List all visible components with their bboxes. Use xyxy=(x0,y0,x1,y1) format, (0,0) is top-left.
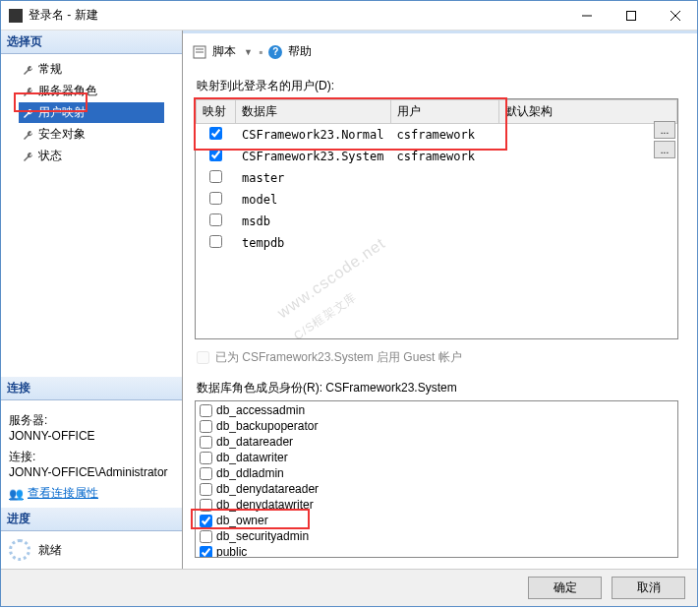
wrench-icon xyxy=(23,107,34,119)
map-checkbox[interactable] xyxy=(209,149,222,161)
table-row[interactable]: tempdb xyxy=(197,232,677,254)
table-row[interactable]: CSFramework23.Systemcsframework xyxy=(197,146,677,167)
maximize-button[interactable] xyxy=(609,1,653,30)
script-dropdown-icon[interactable]: ▼ xyxy=(244,47,253,57)
role-checkbox[interactable] xyxy=(200,483,212,496)
role-checkbox[interactable] xyxy=(200,452,212,464)
wrench-icon xyxy=(23,129,34,141)
role-item[interactable]: db_datawriter xyxy=(200,450,673,465)
ok-button[interactable]: 确定 xyxy=(528,577,602,599)
sidebar-item-4[interactable]: 状态 xyxy=(19,146,164,166)
role-checkbox[interactable] xyxy=(200,515,212,527)
window-title: 登录名 - 新建 xyxy=(29,7,564,24)
role-item[interactable]: db_datareader xyxy=(200,434,673,450)
wrench-icon xyxy=(23,64,34,76)
role-checkbox[interactable] xyxy=(200,499,212,512)
progress-spinner-icon xyxy=(9,539,30,561)
sidebar-item-3[interactable]: 安全对象 xyxy=(19,124,164,145)
table-row[interactable]: model xyxy=(197,189,677,211)
map-checkbox[interactable] xyxy=(209,235,222,248)
column-header[interactable]: 用户 xyxy=(390,100,498,124)
wrench-icon xyxy=(23,86,34,97)
view-connection-label: 查看连接属性 xyxy=(28,485,98,502)
dialog-footer: 确定 取消 xyxy=(1,569,697,606)
conn-value: JONNY-OFFICE\Administrator xyxy=(9,465,174,479)
column-header[interactable]: 数据库 xyxy=(236,100,391,124)
role-checkbox[interactable] xyxy=(200,546,212,559)
mapping-table-container: 映射数据库用户默认架构 CSFramework23.Normalcsframew… xyxy=(195,98,678,339)
mapping-label: 映射到此登录名的用户(D): xyxy=(197,78,687,94)
column-header[interactable]: 默认架构 xyxy=(498,100,677,124)
role-item[interactable]: db_owner xyxy=(200,513,673,528)
map-checkbox[interactable] xyxy=(209,192,222,205)
view-connection-link[interactable]: 👥 查看连接属性 xyxy=(9,485,98,502)
sidebar-item-1[interactable]: 服务器角色 xyxy=(19,81,164,101)
progress-status: 就绪 xyxy=(38,542,62,559)
role-item[interactable]: db_denydatareader xyxy=(200,481,673,497)
server-label: 服务器: xyxy=(9,412,174,429)
schema-browse-button[interactable]: ... xyxy=(654,121,675,139)
sidebar-item-0[interactable]: 常规 xyxy=(19,59,164,80)
guest-checkbox xyxy=(197,351,209,364)
help-icon: ? xyxy=(268,45,282,59)
column-header[interactable]: 映射 xyxy=(197,100,236,124)
map-checkbox[interactable] xyxy=(209,127,222,140)
role-item[interactable]: db_ddladmin xyxy=(200,465,673,481)
minimize-button[interactable] xyxy=(564,1,609,30)
cancel-button[interactable]: 取消 xyxy=(612,577,685,599)
sidebar-nav: 常规服务器角色用户映射安全对象状态 xyxy=(1,54,182,171)
role-checkbox[interactable] xyxy=(200,436,212,449)
roles-list[interactable]: db_accessadmindb_backupoperatordb_datare… xyxy=(195,400,678,558)
progress-header: 进度 xyxy=(1,508,182,531)
server-value: JONNY-OFFICE xyxy=(9,429,174,443)
wrench-icon xyxy=(23,151,34,162)
map-checkbox[interactable] xyxy=(209,213,222,226)
map-checkbox[interactable] xyxy=(209,170,222,183)
role-checkbox[interactable] xyxy=(200,530,212,543)
role-item[interactable]: db_securityadmin xyxy=(200,528,673,544)
role-checkbox[interactable] xyxy=(200,420,212,433)
help-button[interactable]: 帮助 xyxy=(288,43,312,60)
close-button[interactable] xyxy=(653,1,697,30)
toolbar-separator: ▪ xyxy=(259,45,262,59)
role-checkbox[interactable] xyxy=(200,404,212,417)
role-item[interactable]: db_denydatawriter xyxy=(200,497,673,513)
sidebar-header: 选择页 xyxy=(1,30,182,54)
title-bar: 登录名 - 新建 xyxy=(1,1,697,30)
svg-rect-1 xyxy=(626,11,635,20)
app-icon xyxy=(9,9,23,23)
script-icon xyxy=(193,45,206,59)
table-row[interactable]: CSFramework23.Normalcsframework xyxy=(197,124,677,147)
role-item[interactable]: public xyxy=(200,544,673,558)
conn-label: 连接: xyxy=(9,449,174,465)
role-item[interactable]: db_accessadmin xyxy=(200,402,673,418)
table-row[interactable]: master xyxy=(197,167,677,189)
roles-label: 数据库角色成员身份(R): CSFramework23.System xyxy=(197,380,687,396)
schema-browse-button[interactable]: ... xyxy=(654,141,675,158)
connection-header: 连接 xyxy=(1,377,182,400)
toolbar: 脚本 ▼ ▪ ? 帮助 xyxy=(193,39,687,64)
script-button[interactable]: 脚本 xyxy=(212,43,236,60)
mapping-table: 映射数据库用户默认架构 CSFramework23.Normalcsframew… xyxy=(196,99,677,254)
role-checkbox[interactable] xyxy=(200,467,212,480)
role-item[interactable]: db_backupoperator xyxy=(200,418,673,434)
connection-icon: 👥 xyxy=(9,487,24,501)
sidebar-item-2[interactable]: 用户映射 xyxy=(19,102,164,123)
table-row[interactable]: msdb xyxy=(197,211,677,232)
guest-label: 已为 CSFramework23.System 启用 Guest 帐户 xyxy=(215,349,462,366)
guest-checkbox-row: 已为 CSFramework23.System 启用 Guest 帐户 xyxy=(197,349,687,366)
